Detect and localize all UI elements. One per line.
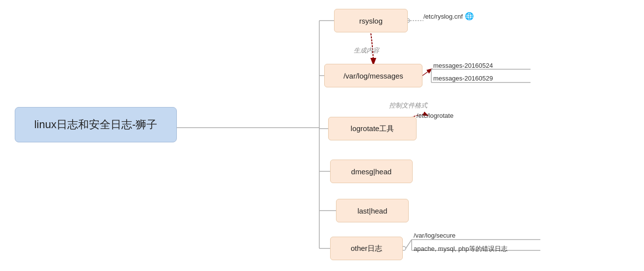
node-rsyslog-label: rsyslog <box>359 17 383 25</box>
node-rsyslog: rsyslog <box>334 9 408 32</box>
annotation-generate: 生成内容 <box>354 46 379 55</box>
node-varlogmessages-label: /var/log/messages <box>343 72 403 80</box>
node-dmesg-label: dmesg|head <box>351 167 392 176</box>
globe-icon: 🌐 <box>465 12 474 20</box>
annotation-messages1: messages-20160524 <box>433 62 493 69</box>
main-node-label: linux日志和安全日志-狮子 <box>34 117 158 132</box>
node-logrotate-label: logrotate工具 <box>351 124 394 134</box>
node-otherlogs-label: other日志 <box>351 244 382 253</box>
node-lasthead-label: last|head <box>358 207 388 215</box>
main-node: linux日志和安全日志-狮子 <box>15 107 177 142</box>
node-logrotate: logrotate工具 <box>328 117 417 140</box>
annotation-ryslog-conf: /etc/ryslog.cnf 🌐 <box>423 12 474 21</box>
node-lasthead: last|head <box>336 199 409 222</box>
svg-line-15 <box>406 240 412 248</box>
mindmap-diagram: linux日志和安全日志-狮子 rsyslog /var/log/message… <box>0 0 644 271</box>
node-varlogmessages: /var/log/messages <box>324 64 422 87</box>
annotation-etclogrotate: /etc/logrotate <box>417 112 453 119</box>
node-otherlogs: other日志 <box>330 237 403 260</box>
annotation-control-format: 控制文件格式 <box>389 101 427 110</box>
node-dmesg: dmesg|head <box>330 160 413 183</box>
annotation-messages2: messages-20160529 <box>433 75 493 82</box>
annotation-varlogsecure: /var/log/secure <box>414 232 455 239</box>
annotation-apache: apache, mysql, php等的错误日志 <box>414 244 507 253</box>
svg-line-10 <box>422 69 431 76</box>
